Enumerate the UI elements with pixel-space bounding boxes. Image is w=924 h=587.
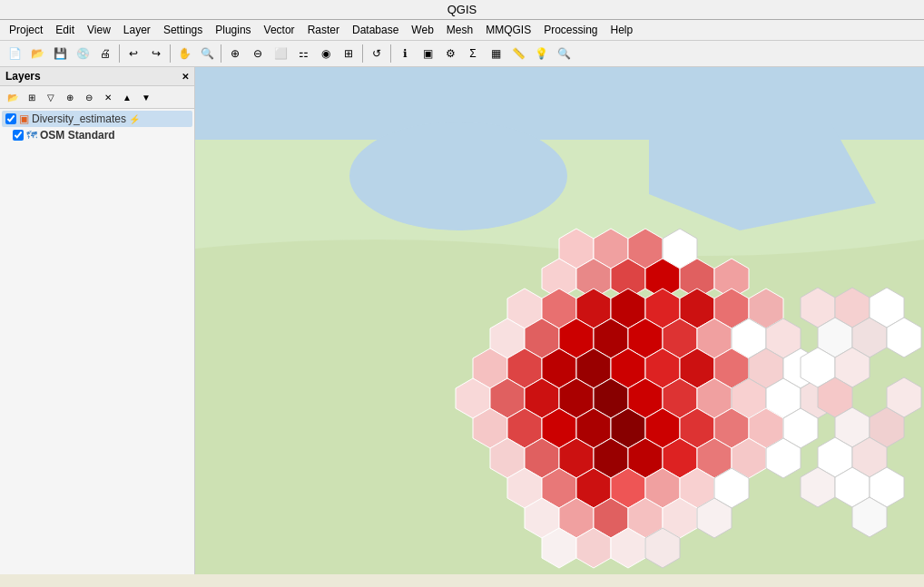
remove-layer-icon[interactable]: ✕ [99, 88, 117, 106]
layer-badge: ⚡ [129, 114, 140, 124]
hex-layer [195, 67, 924, 574]
add-group-icon[interactable]: ⊞ [23, 88, 41, 106]
menu-item-mesh[interactable]: Mesh [441, 22, 478, 38]
settings-icon[interactable]: ⚙ [439, 43, 461, 64]
toolbar-separator [170, 44, 171, 63]
menu-item-vector[interactable]: Vector [259, 22, 300, 38]
toolbar-separator [119, 44, 120, 63]
expand-all-icon[interactable]: ⊕ [61, 88, 79, 106]
zoom-all-icon[interactable]: ⊞ [338, 43, 359, 64]
table-icon[interactable]: ▦ [485, 43, 506, 64]
svg-point-1 [349, 122, 567, 230]
menu-item-raster[interactable]: Raster [302, 22, 345, 38]
zoom-selection-icon[interactable]: ◉ [315, 43, 337, 64]
filter-icon[interactable]: ▽ [42, 88, 60, 106]
menu-item-layer[interactable]: Layer [118, 22, 156, 38]
move-up-icon[interactable]: ▲ [118, 88, 136, 106]
menu-item-edit[interactable]: Edit [50, 22, 80, 38]
sum-icon[interactable]: Σ [462, 43, 484, 64]
menu-item-view[interactable]: View [82, 22, 116, 38]
open-layer-icon[interactable]: 📂 [4, 88, 22, 106]
select-icon[interactable]: ▣ [417, 43, 438, 64]
app-title: QGIS [447, 3, 477, 16]
menu-item-help[interactable]: Help [605, 22, 639, 38]
collapse-all-icon[interactable]: ⊖ [80, 88, 98, 106]
zoom-rubber-icon[interactable]: ⬜ [270, 43, 291, 64]
menu-item-mmqgis[interactable]: MMQGIS [480, 22, 536, 38]
zoom-layer-icon[interactable]: ⚏ [292, 43, 314, 64]
zoom-out-icon[interactable]: ⊖ [247, 43, 269, 64]
layer-type-icon: ▣ [19, 113, 29, 125]
save-as-icon[interactable]: 💿 [72, 43, 93, 64]
main-area: Layers ✕ 📂 ⊞ ▽ ⊕ ⊖ ✕ ▲ ▼ ▣ Diversity_est… [0, 67, 924, 574]
new-icon[interactable]: 📄 [4, 43, 25, 64]
layer-type-icon: 🗺 [26, 129, 37, 142]
layers-header: Layers ✕ [0, 67, 194, 86]
toolbar: 📄📂💾💿🖨↩↪✋🔍⊕⊖⬜⚏◉⊞↺ℹ▣⚙Σ▦📏💡🔍 [0, 41, 924, 67]
tip-icon[interactable]: 💡 [530, 43, 552, 64]
open-icon[interactable]: 📂 [26, 43, 48, 64]
toolbar-separator [362, 44, 363, 63]
layers-panel: Layers ✕ 📂 ⊞ ▽ ⊕ ⊖ ✕ ▲ ▼ ▣ Diversity_est… [0, 67, 195, 574]
layer-item[interactable]: 🗺 OSM Standard [2, 127, 192, 143]
toolbar-separator [390, 44, 391, 63]
zoom-in-icon[interactable]: ⊕ [224, 43, 246, 64]
menu-item-plugins[interactable]: Plugins [210, 22, 256, 38]
menu-item-project[interactable]: Project [4, 22, 48, 38]
undo-icon[interactable]: ↩ [123, 43, 144, 64]
title-bar: QGIS [0, 0, 924, 20]
layer-item[interactable]: ▣ Diversity_estimates ⚡ [2, 111, 192, 127]
layer-visibility-checkbox[interactable] [5, 113, 16, 124]
map-area[interactable]: Processing [195, 67, 924, 574]
pan-icon[interactable]: ✋ [173, 43, 195, 64]
move-down-icon[interactable]: ▼ [137, 88, 155, 106]
menu-item-processing[interactable]: Processing [538, 22, 603, 38]
layer-visibility-checkbox[interactable] [13, 130, 24, 141]
layers-close-icon[interactable]: ✕ [182, 72, 189, 82]
layers-list: ▣ Diversity_estimates ⚡ 🗺 OSM Standard [0, 109, 194, 574]
menu-bar: ProjectEditViewLayerSettingsPluginsVecto… [0, 20, 924, 41]
redo-icon[interactable]: ↪ [145, 43, 167, 64]
menu-item-database[interactable]: Database [347, 22, 404, 38]
toolbar-separator [221, 44, 221, 63]
menu-item-settings[interactable]: Settings [158, 22, 208, 38]
measure-icon[interactable]: 📏 [507, 43, 529, 64]
refresh-icon[interactable]: ↺ [366, 43, 388, 64]
layer-name: OSM Standard [40, 129, 115, 142]
layers-toolbar: 📂 ⊞ ▽ ⊕ ⊖ ✕ ▲ ▼ [0, 86, 194, 109]
print-icon[interactable]: 🖨 [94, 43, 116, 64]
menu-item-web[interactable]: Web [406, 22, 438, 38]
pan-identify-icon[interactable]: 🔍 [196, 43, 218, 64]
identify-icon[interactable]: ℹ [394, 43, 416, 64]
search-icon[interactable]: 🔍 [553, 43, 575, 64]
layers-title: Layers [5, 70, 41, 83]
layer-name: Diversity_estimates [32, 113, 126, 125]
save-icon[interactable]: 💾 [49, 43, 71, 64]
